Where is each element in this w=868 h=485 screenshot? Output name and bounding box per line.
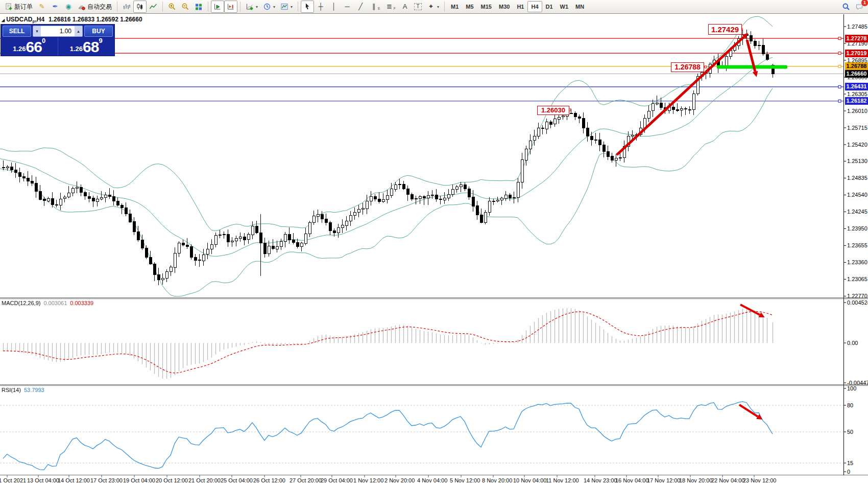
rsi-axis-tick: 80: [847, 402, 853, 408]
trend-up-arrow[interactable]: [617, 37, 744, 155]
time-axis-label: 29 Oct 04:00: [321, 477, 353, 483]
bar-chart-button[interactable]: [120, 1, 133, 13]
sell-price-sup: 0: [42, 37, 45, 44]
candlestick-chart-button[interactable]: [133, 1, 147, 13]
periods-icon: [263, 3, 271, 11]
horizontal-level-lines[interactable]: [0, 37, 843, 103]
toolbar-separator: [208, 2, 208, 12]
buy-price-sup: 9: [99, 37, 102, 44]
time-axis-label: 13 Oct 04:00: [27, 477, 59, 483]
trendline-icon: ╱: [356, 3, 365, 11]
level-price-badge: 1.26431: [845, 83, 868, 90]
price-axis-tick: 1.25130: [847, 158, 867, 164]
cursor-icon: [303, 3, 311, 11]
zoom-out-icon: [181, 3, 189, 11]
channel-button[interactable]: ∥E: [367, 1, 383, 13]
chart-shift-button[interactable]: [224, 1, 237, 13]
indicators-button[interactable]: ▾: [243, 1, 260, 13]
dropdown-arrow-icon: ▾: [256, 5, 258, 9]
sell-button[interactable]: SELL: [3, 26, 31, 37]
rsi-axis-tick: 100: [847, 385, 856, 391]
line-chart-button[interactable]: [147, 1, 160, 13]
rsi-label: RSI(14)53.7993: [2, 387, 44, 393]
notifications-button[interactable]: 1: [853, 1, 866, 13]
price-axis-tick: 1.23655: [847, 242, 867, 248]
price-annotation-label[interactable]: 1.26030: [537, 106, 569, 115]
macd-value-signal: 0.003339: [70, 300, 93, 306]
new-order-icon: [5, 3, 13, 11]
level-price-badge: 1.27278: [845, 35, 868, 42]
macd-axis-tick: 0.00: [847, 340, 858, 346]
new-order-button[interactable]: 新订单: [2, 1, 35, 13]
level-price-badge: 1.26182: [845, 97, 868, 105]
vertical-line-button[interactable]: │: [327, 1, 341, 13]
chart-canvas[interactable]: [0, 0, 868, 485]
buy-button[interactable]: BUY: [84, 26, 113, 37]
rsi-axis-tick: 50: [847, 429, 853, 435]
rsi-axis-tick: 15: [847, 460, 853, 466]
macd-label: MACD(12,26,9)0.0030610.003339: [2, 300, 93, 306]
tile-windows-icon: [195, 3, 203, 11]
chart-ohlc-values: 1.26816 1.26833 1.26592 1.26660: [49, 16, 142, 23]
rsi-down-arrow[interactable]: [739, 405, 758, 417]
volume-input[interactable]: [41, 26, 75, 36]
toolbar-separator: [117, 2, 117, 12]
horizontal-line-button[interactable]: ─: [341, 1, 354, 13]
time-axis-label: 25 Oct 04:00: [221, 477, 253, 483]
green-support-bar[interactable]: [717, 65, 787, 69]
price-axis-tick: 1.26010: [847, 108, 867, 114]
periods-button[interactable]: ▾: [260, 1, 278, 13]
trendline-button[interactable]: ╱: [354, 1, 367, 13]
timeframe-mn-button[interactable]: MN: [572, 1, 588, 12]
timeframe-d1-button[interactable]: D1: [542, 1, 557, 12]
buy-price[interactable]: 1.26 68 9: [58, 37, 115, 56]
price-axis-tick: 1.24540: [847, 192, 867, 198]
volume-decrease-button[interactable]: ▾: [33, 26, 41, 36]
time-axis-label: 4 Nov 04:00: [417, 477, 447, 483]
timeframe-m15-button[interactable]: M15: [477, 1, 495, 12]
tile-windows-button[interactable]: [192, 1, 205, 13]
time-axis-label: 20 Oct 12:00: [156, 477, 188, 483]
autotrading-button[interactable]: 自动交易: [75, 1, 114, 13]
zoom-in-button[interactable]: [165, 1, 179, 13]
time-axis-label: 11 Nov 12:00: [546, 477, 579, 483]
fibonacci-icon: ≣: [385, 3, 394, 11]
timeframe-m5-button[interactable]: M5: [462, 1, 477, 12]
autoscroll-button[interactable]: [211, 1, 224, 13]
time-axis-label: 14 Oct 12:00: [58, 477, 90, 483]
timeframe-h1-button[interactable]: H1: [513, 1, 527, 12]
sell-price-small: 1.26: [13, 43, 26, 55]
panel-frame: [0, 14, 868, 477]
cursor-button[interactable]: [301, 1, 314, 13]
styler-icon-icon: ✎: [38, 3, 46, 11]
crosshair-button[interactable]: ┼: [314, 1, 327, 13]
text-label-button[interactable]: T: [412, 1, 424, 13]
signals-icon[interactable]: ◉: [62, 1, 75, 13]
price-annotation-label[interactable]: 1.26788: [671, 62, 704, 72]
time-axis-label: 22 Nov 04:00: [711, 477, 744, 483]
timeframe-h4-button[interactable]: H4: [527, 1, 542, 12]
macd-axis-tick: 0.004524: [847, 299, 868, 306]
templates-button[interactable]: ▾: [278, 1, 295, 13]
volume-increase-button[interactable]: ▴: [75, 26, 82, 36]
timeframe-m1-button[interactable]: M1: [447, 1, 462, 12]
price-axis-tick: 1.22770: [847, 293, 867, 299]
price-axis-tick: 1.25420: [847, 142, 867, 148]
icon-subscript: E: [378, 7, 380, 10]
metaeditor-icon[interactable]: ✒: [49, 1, 62, 13]
sell-price[interactable]: 1.26 66 0: [1, 37, 58, 56]
price-annotation-label[interactable]: 1.27429: [708, 24, 742, 35]
text-label-icon: T: [414, 3, 422, 10]
arrows-button[interactable]: ✦▾: [424, 1, 442, 13]
price-axis-tick: 1.26305: [847, 91, 867, 97]
text-button[interactable]: A: [398, 1, 412, 13]
timeframe-m30-button[interactable]: M30: [495, 1, 513, 12]
styler-icon[interactable]: ✎: [35, 1, 49, 13]
timeframe-w1-button[interactable]: W1: [557, 1, 572, 12]
search-button[interactable]: [839, 1, 853, 13]
time-axis-label: 26 Oct 12:00: [253, 477, 285, 483]
fibonacci-button[interactable]: ≣F: [383, 1, 398, 13]
toolbar-separator: [240, 2, 240, 12]
price-axis-tick: 1.27485: [847, 24, 867, 30]
zoom-out-button[interactable]: [179, 1, 192, 13]
